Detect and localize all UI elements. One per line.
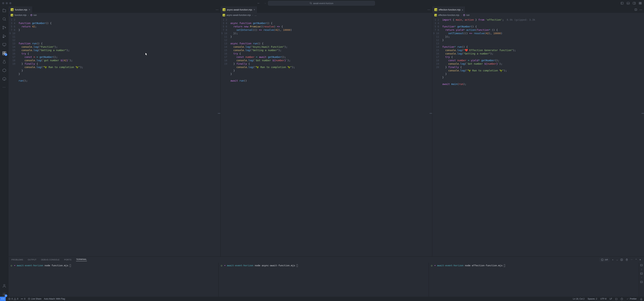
search-text: await-event-horizon: [313, 2, 333, 5]
js-file-icon: JS: [11, 8, 14, 11]
panel-tab-problems[interactable]: PROBLEMS: [12, 258, 23, 261]
terminal-shell-select[interactable]: zsh: [600, 258, 609, 262]
js-file-icon: JS: [434, 14, 437, 16]
svg-point-22: [4, 284, 5, 286]
tab-filename: effection-function.mjs: [439, 8, 460, 11]
breadcrumb-symbol[interactable]: run: [30, 14, 37, 16]
breadcrumb[interactable]: JS function.mjs › run: [8, 13, 220, 18]
mac-traffic-lights[interactable]: [2, 2, 12, 4]
js-file-icon: JS: [222, 14, 225, 16]
editor-region: JS function.mjs × ⋯ JS function.mjs › ru…: [8, 6, 644, 297]
panel-tab-ports[interactable]: PORTS: [64, 258, 72, 261]
title-bar: ← → await-event-horizon: [0, 0, 644, 6]
settings-gear-icon[interactable]: 1: [2, 292, 6, 297]
panel-tab-terminal[interactable]: TERMINAL: [76, 258, 87, 261]
kill-terminal-icon[interactable]: [626, 258, 628, 261]
status-encoding[interactable]: UTF-8: [600, 298, 606, 300]
close-tab-icon[interactable]: ×: [254, 8, 255, 11]
terminal-pane[interactable]: ➜ await-event-horizon node effection-fun…: [429, 263, 639, 297]
code-editor[interactable]: 1 2 3 4 5 6 7 8 9 10 11 12 13 14 15 16 1…: [220, 18, 432, 256]
svg-rect-19: [4, 52, 6, 53]
panel-overflow-icon[interactable]: ⋯: [631, 258, 633, 261]
remote-indicator[interactable]: [0, 297, 6, 301]
nav-forward-icon[interactable]: →: [264, 2, 266, 5]
tab-actions: ⋯: [632, 6, 644, 13]
toggle-sidebar-left-icon[interactable]: [620, 2, 624, 5]
breadcrumb-symbol[interactable]: run: [463, 14, 470, 16]
antenna-icon: [21, 298, 23, 300]
accounts-icon[interactable]: [2, 284, 6, 288]
panel-maximize-icon[interactable]: ⌃: [635, 258, 637, 261]
terminal-entry-icon[interactable]: [640, 272, 643, 275]
status-eol[interactable]: LF: [610, 298, 612, 300]
svg-rect-16: [3, 43, 6, 46]
search-side-icon[interactable]: [2, 17, 6, 21]
notifications-bell-icon[interactable]: [640, 298, 642, 300]
svg-rect-20: [3, 54, 4, 55]
run-debug-icon[interactable]: [2, 34, 6, 38]
editor-tab[interactable]: JS function.mjs ×: [8, 6, 32, 13]
breadcrumb[interactable]: JS effection-function.mjs › run: [432, 13, 644, 18]
new-terminal-icon[interactable]: ＋: [612, 258, 614, 261]
split-editor-icon[interactable]: [634, 8, 637, 11]
svg-rect-4: [633, 2, 636, 4]
tab-overflow-icon[interactable]: ⋯: [639, 8, 642, 12]
svg-rect-26: [601, 259, 603, 260]
extensions-icon[interactable]: 2: [2, 51, 6, 56]
toggle-sidebar-right-icon[interactable]: [632, 2, 636, 5]
close-tab-icon[interactable]: ×: [29, 8, 30, 11]
layout-controls: [620, 2, 642, 5]
liveshare-icon: [28, 298, 30, 300]
close-tab-icon[interactable]: [462, 8, 463, 11]
svg-rect-2: [627, 2, 630, 4]
svg-point-36: [22, 299, 22, 299]
command-center-search[interactable]: await-event-horizon: [268, 1, 375, 6]
svg-rect-18: [3, 52, 4, 53]
status-indent[interactable]: Spaces: 2: [588, 298, 597, 300]
status-lang[interactable]: { }: [615, 298, 617, 300]
custom1-icon[interactable]: [2, 68, 6, 73]
terminal-entry-icon[interactable]: [640, 264, 643, 267]
code-editor[interactable]: 1 2 3 4 5 6 7 8 9 10 11 12 13 14 15 16 1…: [432, 18, 644, 256]
nav-back-icon[interactable]: ←: [257, 2, 260, 5]
remote-explorer-icon[interactable]: [2, 42, 6, 47]
terminal-cursor: [70, 264, 71, 267]
editor-column: JS effection-function.mjs ⋯ JS effection…: [432, 6, 644, 256]
terminal-pane[interactable]: ➜ await-event-horizon node async-await-f…: [219, 263, 429, 297]
panel-close-icon[interactable]: ✕: [639, 258, 641, 261]
activity-bar: 2 ⋯ 1: [0, 6, 8, 297]
editor-tab[interactable]: JS effection-function.mjs: [432, 6, 465, 13]
terminal-split-dropdown-icon[interactable]: ⌄: [616, 259, 618, 261]
status-ports[interactable]: 0: [21, 298, 25, 300]
custom2-icon[interactable]: [2, 76, 6, 81]
check-icon: [626, 298, 629, 300]
panel-tab-debug-console[interactable]: DEBUG CONSOLE: [41, 258, 60, 261]
code-editor[interactable]: 1 2 3 4 5 6 7 8 9 10 11 12 13 14 15 16 1…: [8, 18, 220, 256]
panel-tab-output[interactable]: OUTPUT: [28, 258, 36, 261]
status-feedback-icon[interactable]: [620, 298, 623, 300]
terminal-entry-icon[interactable]: [640, 280, 643, 283]
tab-actions: ⋯: [426, 6, 432, 13]
prompt-status-icon: [431, 265, 432, 266]
svg-point-14: [5, 27, 6, 28]
tab-overflow-icon[interactable]: ⋯: [428, 8, 430, 12]
panel-tabs: PROBLEMSOUTPUTDEBUG CONSOLEPORTSTERMINAL…: [8, 257, 644, 263]
testing-icon[interactable]: [2, 60, 6, 64]
nav-arrows: ← →: [257, 2, 266, 5]
activity-overflow-icon[interactable]: ⋯: [2, 85, 6, 89]
status-cursor-pos[interactable]: Ln 18, Col 2: [573, 298, 584, 300]
source-control-icon[interactable]: [2, 25, 6, 30]
status-liveshare[interactable]: Live Share: [28, 298, 41, 300]
explorer-icon[interactable]: [2, 8, 6, 13]
toggle-panel-icon[interactable]: [626, 2, 630, 5]
customize-layout-icon[interactable]: [639, 2, 642, 5]
tab-overflow-icon[interactable]: ⋯: [216, 8, 218, 12]
terminal-pane[interactable]: ➜ await-event-horizon node function.mjs: [8, 263, 219, 297]
breadcrumb[interactable]: JS async-await-function.mjs ›…: [220, 13, 432, 18]
split-terminal-icon[interactable]: [620, 258, 623, 261]
status-errors[interactable]: 0 0: [8, 298, 18, 300]
status-autoattach[interactable]: Auto Attach: With Flag: [44, 298, 65, 300]
terminal-cursor: [296, 264, 298, 267]
editor-tab[interactable]: JS async-await-function.mjs ×: [220, 6, 258, 13]
status-prettier[interactable]: Prettier: [626, 298, 637, 300]
